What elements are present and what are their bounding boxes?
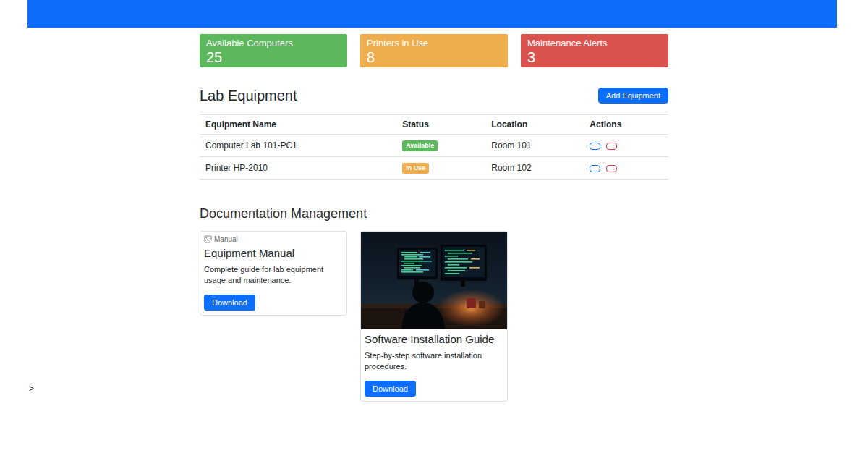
doc-card-description: Complete guide for lab equipment usage a… [204,264,343,286]
table-header-row: Equipment Name Status Location Actions [200,115,668,135]
actions-cell [584,135,668,157]
stat-label: Printers in Use [367,38,501,48]
column-header-location: Location [485,115,584,135]
download-button[interactable]: Download [204,295,255,311]
stat-value: 25 [206,48,341,66]
workstation-photo [361,232,507,329]
location-cell: Room 101 [485,135,584,157]
doc-card-equipment-manual: Manual Equipment Manual Complete guide f… [200,231,347,316]
location-cell: Room 102 [485,157,584,180]
doc-card-body: Software Installation Guide Step-by-step… [361,329,507,401]
stat-value: 8 [367,48,501,66]
table-row: Computer Lab 101-PC1 Available Room 101 [200,135,668,157]
add-equipment-button[interactable]: Add Equipment [598,88,668,104]
status-badge: In Use [402,163,429,174]
stat-label: Maintenance Alerts [527,38,662,48]
stat-card-maintenance-alerts: Maintenance Alerts 3 [521,34,668,67]
equipment-name-cell: Computer Lab 101-PC1 [200,135,396,157]
equipment-section-header: Lab Equipment Add Equipment [200,88,668,104]
status-cell: Available [396,135,485,157]
delete-button[interactable] [606,143,617,150]
stat-card-printers-in-use: Printers in Use 8 [360,34,508,67]
documentation-section-title: Documentation Management [200,206,668,221]
doc-card-software-installation-guide: Software Installation Guide Step-by-step… [360,231,508,402]
stat-card-available-computers: Available Computers 25 [200,34,347,67]
edit-button[interactable] [590,165,600,172]
documentation-cards-row: Manual Equipment Manual Complete guide f… [200,231,668,402]
stat-value: 3 [527,48,662,66]
table-row: Printer HP-2010 In Use Room 102 [200,157,668,180]
column-header-equipment-name: Equipment Name [200,115,396,135]
status-cell: In Use [396,157,485,180]
stray-text: > [29,384,34,394]
doc-card-title: Equipment Manual [204,246,343,260]
equipment-table: Equipment Name Status Location Actions C… [200,114,668,180]
main-content: Available Computers 25 Printers in Use 8… [200,34,668,402]
doc-card-description: Step-by-step software installation proce… [365,350,503,372]
download-button[interactable]: Download [365,381,416,397]
delete-button[interactable] [606,165,617,172]
status-badge: Available [402,140,438,151]
doc-card-title: Software Installation Guide [365,332,503,346]
stat-label: Available Computers [206,38,341,48]
actions-cell [584,157,668,180]
doc-card-body: Equipment Manual Complete guide for lab … [200,243,346,315]
equipment-name-cell: Printer HP-2010 [200,157,396,180]
column-header-status: Status [396,115,485,135]
edit-button[interactable] [590,143,600,150]
top-navbar [27,0,837,28]
broken-image-placeholder: Manual [200,232,346,243]
broken-image-icon [204,235,212,243]
stats-row: Available Computers 25 Printers in Use 8… [200,34,668,67]
page-title: Lab Equipment [200,88,297,104]
column-header-actions: Actions [584,115,668,135]
image-alt-text: Manual [214,235,238,243]
